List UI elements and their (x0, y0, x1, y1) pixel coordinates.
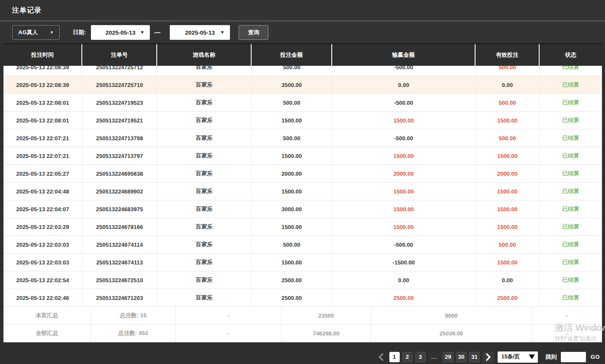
bet-id-cell: 250513224719521 (82, 112, 157, 129)
bet-time-cell: 2025-05-13 22:03:03 (3, 236, 82, 253)
bet-amount-cell: 500.00 (252, 129, 332, 147)
bet-time-cell: 2025-05-13 22:07:21 (3, 129, 82, 147)
page-size-select[interactable]: 15条/页 (498, 351, 538, 363)
column-header: 注单号 (82, 44, 157, 66)
winloss-cell: 0.00 (332, 76, 476, 93)
bet-amount-cell: 1500.00 (252, 147, 332, 164)
game-name-cell: 百家乐 (157, 76, 252, 93)
valid-bet-cell: 0.00 (476, 76, 540, 93)
summary-cell: 总注数: 453 (91, 325, 176, 342)
bet-id-cell: 250513224725712 (82, 66, 157, 76)
page-button-30[interactable]: 30 (456, 352, 466, 362)
bet-time-cell: 2025-05-13 22:03:29 (3, 218, 82, 235)
summary-table: 本页汇总总注数: 15-235009000-全部汇总总注数: 453-74629… (3, 307, 602, 342)
bet-amount-cell: 1500.00 (252, 183, 332, 200)
status-cell: 已结算 (540, 236, 602, 253)
date-range-separator: — (154, 29, 160, 36)
winloss-cell: 0.00 (332, 271, 476, 289)
page-button-1[interactable]: 1 (389, 352, 400, 362)
chevron-down-icon (529, 354, 535, 359)
summary-cell: 23500 (281, 307, 371, 324)
chevron-left-icon (378, 353, 384, 361)
winloss-cell: 2000.00 (332, 165, 476, 182)
bet-amount-cell: 500.00 (252, 66, 332, 76)
date-label: 日期: (73, 29, 86, 36)
summary-cell: - (176, 325, 281, 342)
valid-bet-cell: 1500.00 (476, 254, 540, 271)
table-row: 2025-05-13 22:02:46250513224671203百家乐250… (3, 289, 602, 307)
valid-bet-cell: 500.00 (476, 94, 540, 111)
summary-cell: - (176, 307, 281, 324)
bet-id-cell: 250513224713797 (82, 147, 157, 164)
column-header: 投注时间 (3, 44, 82, 66)
prev-page-button[interactable] (378, 353, 384, 361)
summary-cell: 746298.00 (281, 325, 371, 342)
status-cell: 已结算 (540, 254, 602, 271)
winloss-cell: -500.00 (332, 236, 476, 253)
bet-id-cell: 250513224695638 (82, 165, 157, 182)
go-button[interactable]: GO (591, 354, 600, 360)
bet-id-cell: 250513224672510 (82, 271, 157, 289)
date-to-select[interactable]: 2025-05-13 ▼ (170, 25, 230, 40)
pagination-ellipsis: ... (431, 354, 437, 360)
bet-amount-cell: 3500.00 (252, 76, 332, 93)
status-cell: 已结算 (540, 129, 602, 147)
bet-time-cell: 2025-05-13 22:02:54 (3, 271, 82, 289)
page-button-31[interactable]: 31 (469, 352, 479, 362)
summary-row: 本页汇总总注数: 15-235009000- (3, 307, 602, 325)
game-name-cell: 百家乐 (157, 254, 252, 271)
date-from-select[interactable]: 2025-05-13 ▼ (91, 25, 150, 40)
bet-id-cell: 250513224671203 (82, 289, 157, 306)
title-bar: 注单记录 (0, 0, 605, 21)
table-row: 2025-05-13 22:03:03250513224674114百家乐500… (3, 236, 602, 254)
page-button-2[interactable]: 2 (402, 352, 413, 362)
summary-cell: - (532, 307, 602, 324)
valid-bet-cell: 1500.00 (476, 147, 540, 164)
query-button[interactable]: 查询 (239, 25, 269, 40)
platform-select[interactable]: AG真人 ▼ (12, 25, 60, 40)
bet-amount-cell: 1500.00 (252, 254, 332, 271)
page-button-3[interactable]: 3 (415, 352, 426, 362)
valid-bet-cell: 1500.00 (476, 218, 540, 235)
table-row: 2025-05-13 22:02:54250513224672510百家乐250… (3, 271, 602, 289)
bet-amount-cell: 2500.00 (252, 289, 332, 306)
summary-cell: 25039.00 (371, 325, 532, 342)
page-buttons: 123...293031 (388, 352, 481, 362)
chevron-down-icon: ▼ (140, 30, 144, 35)
platform-select-value: AG真人 (18, 29, 38, 36)
status-cell: 已结算 (540, 76, 602, 93)
status-cell: 已结算 (540, 147, 602, 164)
jump-to-input[interactable] (561, 352, 586, 362)
table-header: 投注时间注单号游戏名称投注金额输赢金额有效投注状态 (3, 43, 602, 66)
clipped-table-row: 2025-05-13 22:08:39250513224725712百家乐500… (3, 66, 602, 76)
bet-id-cell: 250513224678166 (82, 218, 157, 235)
chevron-down-icon: ▼ (220, 30, 224, 35)
column-header: 输赢金额 (332, 44, 476, 66)
valid-bet-cell: 1500.00 (476, 183, 540, 200)
status-cell: 已结算 (540, 66, 602, 76)
column-header: 有效投注 (476, 44, 540, 66)
table-row: 2025-05-13 22:07:21250513224713798百家乐500… (3, 129, 602, 147)
table-row: 2025-05-13 22:05:27250513224695638百家乐200… (3, 165, 602, 183)
date-from-value: 2025-05-13 (106, 29, 136, 36)
page-button-29[interactable]: 29 (443, 352, 453, 362)
next-page-button[interactable] (483, 351, 494, 363)
bet-time-cell: 2025-05-13 22:07:21 (3, 147, 82, 164)
bet-id-cell: 250513224683975 (82, 200, 157, 218)
valid-bet-cell: 2500.00 (476, 289, 540, 306)
table-row: 2025-05-13 22:08:39250513224725712百家乐500… (3, 66, 602, 76)
bet-amount-cell: 1500.00 (252, 218, 332, 235)
game-name-cell: 百家乐 (157, 129, 252, 147)
game-name-cell: 百家乐 (157, 271, 252, 289)
page-title: 注单记录 (12, 6, 42, 15)
bet-id-cell: 250513224689902 (82, 183, 157, 200)
bet-amount-cell: 1500.00 (252, 112, 332, 129)
table-row: 2025-05-13 22:08:39250513224725710百家乐350… (3, 76, 602, 94)
winloss-cell: 2500.00 (332, 289, 476, 306)
game-name-cell: 百家乐 (157, 66, 252, 76)
filter-bar: AG真人 ▼ 日期: 2025-05-13 ▼ — 2025-05-13 ▼ 查… (0, 22, 605, 43)
summary-row: 全部汇总总注数: 453-746298.0025039.00- (3, 325, 602, 342)
table-row: 2025-05-13 22:08:01250513224719521百家乐150… (3, 112, 602, 129)
game-name-cell: 百家乐 (157, 94, 252, 111)
winloss-cell: 1500.00 (332, 200, 476, 218)
